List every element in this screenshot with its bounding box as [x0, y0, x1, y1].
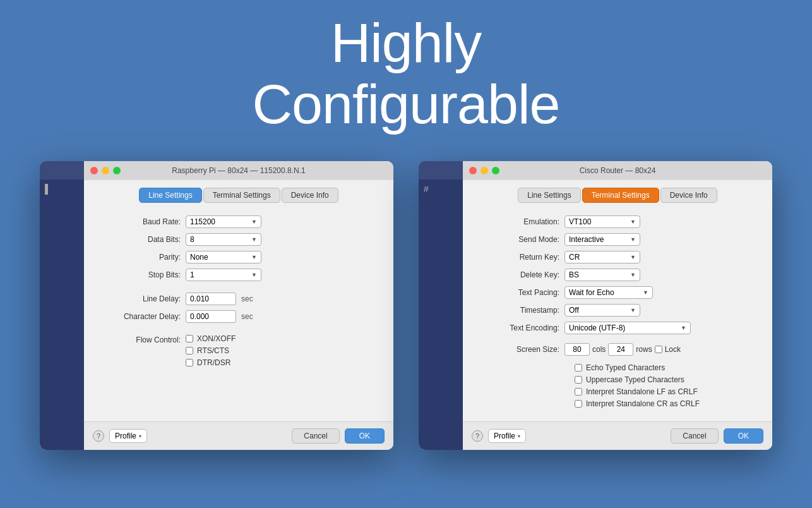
flow-dtr-row: DTR/DSR [186, 358, 236, 367]
flow-rts-checkbox[interactable] [186, 347, 193, 354]
left-profile-label: Profile [115, 432, 136, 440]
text-pacing-label: Text Pacing: [479, 288, 564, 297]
lock-checkbox[interactable] [655, 346, 662, 353]
right-window-content: Line Settings Terminal Settings Device I… [463, 180, 772, 421]
data-bits-arrow: ▼ [251, 236, 257, 243]
right-profile-dropdown[interactable]: Profile ▾ [488, 429, 526, 443]
delete-key-label: Delete Key: [479, 270, 564, 279]
stop-bits-arrow: ▼ [251, 272, 257, 278]
right-close-button[interactable] [469, 167, 477, 174]
left-fullscreen-button[interactable] [113, 167, 121, 174]
flow-xon-row: XON/XOFF [186, 334, 236, 343]
timestamp-arrow: ▼ [630, 307, 636, 313]
stop-bits-select[interactable]: 1 ▼ [186, 269, 261, 281]
left-tab-device-info[interactable]: Device Info [282, 188, 338, 203]
right-form: Emulation: VT100 ▼ Send Mode: [473, 213, 762, 414]
send-mode-select[interactable]: Interactive ▼ [564, 233, 640, 246]
right-minimize-button[interactable] [481, 167, 488, 174]
screen-rows-input[interactable] [608, 343, 633, 356]
flow-control-checkboxes: XON/XOFF RTS/CTS DTR/DSR [186, 334, 236, 370]
screen-rows-label: rows [636, 345, 652, 354]
text-pacing-row: Text Pacing: Wait for Echo ▼ [479, 286, 756, 299]
right-ok-button[interactable]: OK [724, 428, 763, 444]
screen-cols-label: cols [592, 345, 606, 354]
send-mode-row: Send Mode: Interactive ▼ [479, 233, 756, 246]
flow-xon-checkbox[interactable] [186, 335, 193, 342]
baud-rate-select[interactable]: 115200 ▼ [186, 215, 261, 228]
left-minimize-button[interactable] [102, 167, 109, 174]
right-tab-bar: Line Settings Terminal Settings Device I… [473, 188, 762, 203]
window-right: # Cisco Router — 80x24 Line Settings Ter… [419, 161, 772, 450]
flow-dtr-checkbox[interactable] [186, 359, 193, 366]
interpret-cr-checkbox[interactable] [575, 400, 582, 408]
left-tab-bar: Line Settings Terminal Settings Device I… [94, 188, 383, 203]
delete-key-row: Delete Key: BS ▼ [479, 269, 756, 281]
return-key-row: Return Key: CR ▼ [479, 251, 756, 263]
stop-bits-label: Stop Bits: [100, 270, 186, 279]
line-delay-control: sec [186, 293, 253, 305]
uppercase-typed-label: Uppercase Typed Characters [586, 375, 684, 384]
text-encoding-arrow: ▼ [681, 325, 686, 331]
right-fullscreen-button[interactable] [492, 167, 499, 174]
return-key-select[interactable]: CR ▼ [564, 251, 640, 263]
emulation-label: Emulation: [479, 217, 564, 226]
right-traffic-lights [469, 167, 499, 174]
interpret-lf-row: Interpret Standalone LF as CRLF [479, 387, 756, 396]
data-bits-label: Data Bits: [100, 235, 186, 244]
baud-rate-row: Baud Rate: 115200 ▼ [100, 215, 377, 228]
delete-key-select[interactable]: BS ▼ [564, 269, 640, 281]
timestamp-control: Off ▼ [564, 304, 640, 317]
char-delay-input[interactable] [186, 310, 236, 323]
right-cancel-button[interactable]: Cancel [671, 428, 718, 444]
text-pacing-control: Wait for Echo ▼ [564, 286, 653, 299]
right-tab-device-info[interactable]: Device Info [660, 188, 717, 203]
left-profile-arrow-icon: ▾ [139, 433, 141, 439]
left-close-button[interactable] [90, 167, 98, 174]
data-bits-select[interactable]: 8 ▼ [186, 233, 261, 246]
left-cancel-button[interactable]: Cancel [292, 428, 339, 444]
uppercase-typed-checkbox[interactable] [575, 376, 582, 384]
line-delay-input[interactable] [186, 293, 236, 305]
flow-dtr-label: DTR/DSR [197, 358, 230, 367]
screen-cols-input[interactable] [564, 343, 590, 356]
right-tab-line-settings[interactable]: Line Settings [518, 188, 580, 203]
stop-bits-row: Stop Bits: 1 ▼ [100, 269, 377, 281]
delete-key-arrow: ▼ [630, 272, 636, 278]
hero-line1: Highly [331, 11, 482, 74]
right-bottom-bar: ? Profile ▾ Cancel OK [463, 421, 772, 450]
left-profile-dropdown[interactable]: Profile ▾ [109, 429, 147, 443]
send-mode-control: Interactive ▼ [564, 233, 640, 246]
delete-key-control: BS ▼ [564, 269, 640, 281]
timestamp-select[interactable]: Off ▼ [564, 304, 640, 317]
flow-control-row: Flow Control: XON/XOFF RTS/CTS [100, 334, 377, 370]
text-pacing-select[interactable]: Wait for Echo ▼ [564, 286, 653, 299]
return-key-label: Return Key: [479, 253, 564, 262]
left-ok-button[interactable]: OK [345, 428, 385, 444]
right-profile-label: Profile [494, 432, 515, 440]
return-key-arrow: ▼ [630, 254, 636, 260]
parity-control: None ▼ [186, 251, 261, 263]
text-encoding-select[interactable]: Unicode (UTF-8) ▼ [564, 322, 691, 334]
right-titlebar: Cisco Router — 80x24 [463, 161, 772, 180]
right-tab-terminal-settings[interactable]: Terminal Settings [582, 188, 659, 203]
parity-select[interactable]: None ▼ [186, 251, 261, 263]
echo-typed-checkbox[interactable] [575, 364, 582, 372]
parity-label: Parity: [100, 253, 186, 262]
right-cursor-indicator: # [419, 180, 463, 198]
char-delay-label: Character Delay: [100, 312, 186, 321]
emulation-select[interactable]: VT100 ▼ [564, 215, 640, 228]
left-help-button[interactable]: ? [93, 430, 104, 442]
echo-typed-row: Echo Typed Characters [479, 363, 756, 372]
flow-xon-label: XON/XOFF [197, 334, 236, 343]
flow-control-label: Flow Control: [100, 334, 186, 344]
interpret-cr-label: Interpret Standalone CR as CRLF [586, 399, 700, 408]
left-form: Baud Rate: 115200 ▼ Data Bits: [94, 213, 383, 378]
data-bits-control: 8 ▼ [186, 233, 261, 246]
left-tab-terminal-settings[interactable]: Terminal Settings [203, 188, 280, 203]
interpret-lf-checkbox[interactable] [575, 388, 582, 396]
right-help-button[interactable]: ? [472, 430, 483, 442]
char-delay-control: sec [186, 310, 253, 323]
left-tab-line-settings[interactable]: Line Settings [139, 188, 201, 203]
line-delay-unit: sec [241, 294, 253, 303]
baud-rate-control: 115200 ▼ [186, 215, 261, 228]
